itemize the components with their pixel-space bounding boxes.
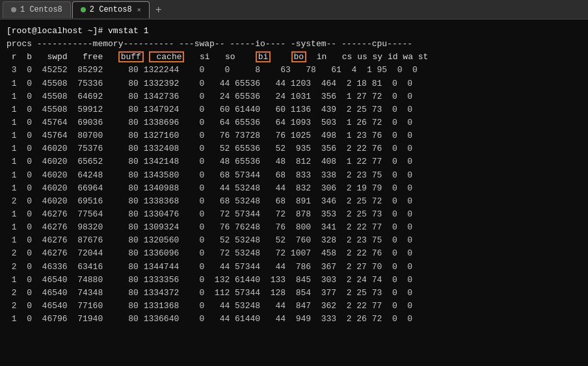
table-row: 1 0 45508 59912 80 1347924 0 60 61440 60… xyxy=(7,103,581,116)
table-row: 2 0 46540 74348 80 1334372 0 112 57344 1… xyxy=(7,287,581,300)
tab1-label: 1 Centos8 xyxy=(20,5,62,14)
new-tab-button[interactable]: + xyxy=(151,2,167,18)
table-row: 1 0 45764 80700 80 1327160 0 76 73728 76… xyxy=(7,129,581,142)
table-row: 1 0 45508 75336 80 1332392 0 44 65536 44… xyxy=(7,77,581,90)
table-row: 2 0 46336 63416 80 1344744 0 44 57344 44… xyxy=(7,261,581,274)
table-row: 1 0 46276 87676 80 1320560 0 52 53248 52… xyxy=(7,234,581,247)
tab1-dot xyxy=(11,7,16,12)
data-rows: 3 0 45252 85292 80 1322244 0 0 8 63 78 6… xyxy=(7,64,581,326)
table-row: 1 0 46020 66964 80 1340988 0 44 53248 44… xyxy=(7,182,581,195)
cache-highlight: cache xyxy=(149,51,185,62)
tab2-label: 2 Centos8 xyxy=(90,5,132,14)
table-row: 1 0 45764 69036 80 1338696 0 64 65536 64… xyxy=(7,116,581,129)
prompt-line: [root@localhost ~]# vmstat 1 xyxy=(7,25,581,38)
tab-1-centos8[interactable]: 1 Centos8 xyxy=(3,1,71,18)
table-row: 1 0 45508 64692 80 1342736 0 24 65536 24… xyxy=(7,90,581,103)
bo-highlight: bo xyxy=(291,51,307,62)
tab2-dot xyxy=(81,7,86,12)
header-line-1: procs -----------memory---------- ---swa… xyxy=(7,38,581,51)
table-row: 2 0 46276 72044 80 1336096 0 72 53248 72… xyxy=(7,247,581,260)
bi-highlight: bi xyxy=(256,51,271,62)
table-row: 1 0 46020 64248 80 1343580 0 68 57344 68… xyxy=(7,169,581,182)
terminal: [root@localhost ~]# vmstat 1 procs -----… xyxy=(0,20,588,366)
table-row: 3 0 45252 85292 80 1322244 0 0 8 63 78 6… xyxy=(7,64,581,77)
table-row: 1 0 46020 65652 80 1342148 0 48 65536 48… xyxy=(7,155,581,168)
table-row: 1 0 46796 71940 80 1336640 0 44 61440 44… xyxy=(7,313,581,326)
table-row: 1 0 46540 74880 80 1333356 0 132 61440 1… xyxy=(7,274,581,287)
table-row: 2 0 46020 69516 80 1338368 0 68 53248 68… xyxy=(7,195,581,208)
title-bar: 1 Centos8 2 Centos8 ✕ + xyxy=(0,0,588,20)
table-row: 1 0 46276 77564 80 1330476 0 72 57344 72… xyxy=(7,208,581,221)
column-headers: r b swpd free buff cache si so bi bo in … xyxy=(7,51,581,64)
tab-2-centos8[interactable]: 2 Centos8 ✕ xyxy=(72,1,150,18)
table-row: 1 0 46276 98320 80 1309324 0 76 76248 76… xyxy=(7,221,581,234)
table-row: 2 0 46540 77160 80 1331368 0 44 53248 44… xyxy=(7,300,581,313)
tab2-close[interactable]: ✕ xyxy=(137,6,141,14)
table-row: 1 0 46020 75376 80 1332408 0 52 65536 52… xyxy=(7,142,581,155)
buff-highlight: buff xyxy=(118,51,144,62)
